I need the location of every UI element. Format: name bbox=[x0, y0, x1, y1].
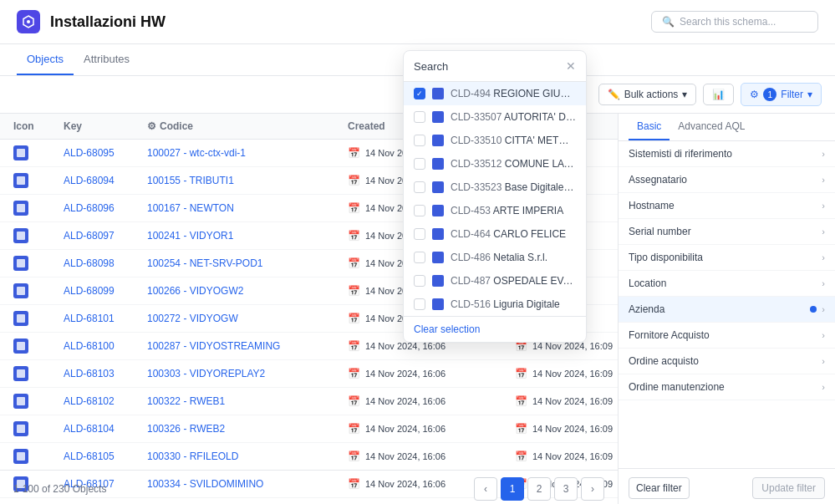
row-code[interactable]: 100167 - NEWTON bbox=[147, 202, 348, 214]
dropdown-checkbox[interactable] bbox=[414, 298, 425, 310]
dropdown-checkbox[interactable] bbox=[414, 135, 425, 146]
clear-selection-button[interactable]: Clear selection bbox=[404, 316, 586, 342]
panel-item[interactable]: Fornitore Acquisto › bbox=[619, 323, 835, 349]
calendar-icon: 📅 bbox=[348, 202, 360, 214]
row-code[interactable]: 100303 - VIDYOREPLAY2 bbox=[147, 368, 348, 379]
dropdown-checkbox[interactable] bbox=[414, 158, 425, 170]
panel-item[interactable]: Azienda › bbox=[619, 297, 835, 323]
row-key[interactable]: ALD-68101 bbox=[64, 313, 147, 324]
row-key[interactable]: ALD-68096 bbox=[64, 202, 147, 214]
panel-item-right: › bbox=[822, 149, 825, 159]
calendar-icon: 📅 bbox=[348, 257, 360, 269]
row-code[interactable]: 100287 - VIDYOSTREAMING bbox=[147, 340, 348, 352]
panel-item[interactable]: Ordine manutenzione › bbox=[619, 374, 835, 400]
page-2-button[interactable]: 2 bbox=[527, 477, 551, 501]
bulk-actions-button[interactable]: ✏️ Bulk actions ▾ bbox=[598, 84, 697, 105]
next-page-button[interactable]: › bbox=[581, 477, 604, 501]
dropdown-item[interactable]: CLD-33523 Base Digitale Platfor... bbox=[404, 176, 586, 199]
row-code[interactable]: 100266 - VIDYOGW2 bbox=[147, 285, 348, 297]
panel-tab-basic[interactable]: Basic bbox=[629, 114, 670, 140]
dropdown-checkbox[interactable] bbox=[414, 252, 425, 263]
visualize-button[interactable]: 📊 bbox=[703, 84, 734, 105]
row-code[interactable]: 100027 - wtc-ctx-vdi-1 bbox=[147, 147, 348, 159]
tab-attributes[interactable]: Attributes bbox=[74, 44, 140, 75]
svg-point-0 bbox=[27, 20, 30, 23]
dropdown-checkbox[interactable] bbox=[414, 275, 425, 287]
row-code[interactable]: 100241 - VIDYOR1 bbox=[147, 230, 348, 242]
panel-item[interactable]: Serial number › bbox=[619, 219, 835, 245]
dropdown-close-button[interactable]: ✕ bbox=[566, 59, 576, 73]
dropdown-item[interactable]: CLD-516 Liguria Digitale bbox=[404, 293, 586, 316]
row-key[interactable]: ALD-68099 bbox=[64, 285, 147, 297]
page-1-button[interactable]: 1 bbox=[501, 477, 524, 501]
row-key[interactable]: ALD-68097 bbox=[64, 230, 147, 242]
dropdown-checkbox[interactable]: ✓ bbox=[414, 88, 425, 99]
chevron-right-icon: › bbox=[822, 175, 825, 185]
table-row: ALD-68102 100322 - RWEB1 📅 14 Nov 2024, … bbox=[0, 388, 618, 415]
dropdown-item-text: CLD-453 ARTE IMPERIA bbox=[451, 205, 576, 216]
clear-filter-button[interactable]: Clear filter bbox=[629, 477, 690, 499]
filter-chevron-icon: ▾ bbox=[807, 89, 812, 100]
row-icon bbox=[13, 339, 28, 354]
dropdown-checkbox[interactable] bbox=[414, 205, 425, 216]
dropdown-header: Search ✕ bbox=[404, 51, 586, 82]
tab-objects[interactable]: Objects bbox=[17, 44, 74, 75]
row-code[interactable]: 100330 - RFILEOLD bbox=[147, 451, 348, 462]
panel-item-right: › bbox=[810, 304, 825, 314]
panel-item[interactable]: Hostname › bbox=[619, 193, 835, 219]
page-3-button[interactable]: 3 bbox=[554, 477, 578, 501]
dropdown-item[interactable]: CLD-33512 COMUNE LA SPEZIA bbox=[404, 152, 586, 176]
row-icon-cell bbox=[13, 228, 64, 243]
filter-button[interactable]: ⚙ 1 Filter ▾ bbox=[741, 83, 822, 106]
dropdown-item[interactable]: CLD-33510 CITTA' METROPOLIT... bbox=[404, 129, 586, 152]
dropdown-item-text: CLD-33523 Base Digitale Platfor... bbox=[451, 181, 576, 193]
dropdown-item-text: CLD-33507 AUTORITA' DI SISTE... bbox=[451, 111, 576, 123]
dropdown-item-text: CLD-33512 COMUNE LA SPEZIA bbox=[451, 158, 576, 170]
dropdown-checkbox[interactable] bbox=[414, 228, 425, 240]
filter-count-badge: 1 bbox=[763, 88, 776, 101]
dropdown-checkbox[interactable] bbox=[414, 181, 425, 193]
panel-item-label: Location bbox=[629, 277, 666, 289]
row-icon-cell bbox=[13, 366, 64, 381]
row-code[interactable]: 100272 - VIDYOGW bbox=[147, 313, 348, 324]
dropdown-item[interactable]: CLD-33507 AUTORITA' DI SISTE... bbox=[404, 105, 586, 129]
panel-item[interactable]: Ordine acquisto › bbox=[619, 349, 835, 374]
row-key[interactable]: ALD-68098 bbox=[64, 257, 147, 269]
calendar-icon: 📅 bbox=[348, 230, 360, 242]
panel-item[interactable]: Assegnatario › bbox=[619, 167, 835, 193]
row-updated: 📅14 Nov 2024, 16:09 ··· bbox=[515, 366, 618, 381]
dropdown-checkbox[interactable] bbox=[414, 111, 425, 123]
dropdown-item[interactable]: CLD-464 CARLO FELICE bbox=[404, 222, 586, 246]
row-key[interactable]: ALD-68104 bbox=[64, 423, 147, 435]
panel-item[interactable]: Sistemisti di riferimento › bbox=[619, 141, 835, 167]
row-icon-cell bbox=[13, 449, 64, 464]
row-key[interactable]: ALD-68105 bbox=[64, 451, 147, 462]
row-code[interactable]: 100326 - RWEB2 bbox=[147, 423, 348, 435]
row-icon bbox=[13, 173, 28, 188]
row-key[interactable]: ALD-68095 bbox=[64, 147, 147, 159]
panel-tab-advanced[interactable]: Advanced AQL bbox=[670, 114, 753, 140]
dropdown-item[interactable]: CLD-487 OSPEDALE EVANGELIC... bbox=[404, 269, 586, 293]
dropdown-item-text: CLD-464 CARLO FELICE bbox=[451, 228, 576, 240]
row-key[interactable]: ALD-68094 bbox=[64, 175, 147, 186]
chevron-right-icon: › bbox=[822, 149, 825, 159]
dropdown-item[interactable]: CLD-453 ARTE IMPERIA bbox=[404, 199, 586, 222]
calendar-icon: 📅 bbox=[348, 395, 360, 407]
chevron-down-icon: ▾ bbox=[682, 89, 687, 100]
table-row: ALD-68104 100326 - RWEB2 📅 14 Nov 2024, … bbox=[0, 415, 618, 443]
update-filter-button[interactable]: Update filter bbox=[752, 477, 825, 499]
row-icon-cell bbox=[13, 173, 64, 188]
row-code[interactable]: 100155 - TRIBUTI1 bbox=[147, 175, 348, 186]
global-search[interactable]: 🔍 Search this schema... bbox=[651, 11, 818, 33]
row-code[interactable]: 100254 - NET-SRV-POD1 bbox=[147, 257, 348, 269]
row-code[interactable]: 100322 - RWEB1 bbox=[147, 395, 348, 407]
panel-item[interactable]: Tipo disponibilita › bbox=[619, 245, 835, 271]
row-key[interactable]: ALD-68102 bbox=[64, 395, 147, 407]
calendar-icon: 📅 bbox=[348, 368, 360, 379]
dropdown-item[interactable]: CLD-486 Netalia S.r.l. bbox=[404, 246, 586, 269]
prev-page-button[interactable]: ‹ bbox=[474, 477, 497, 501]
dropdown-item[interactable]: ✓ CLD-494 REGIONE GIUNTA bbox=[404, 82, 586, 105]
row-key[interactable]: ALD-68100 bbox=[64, 340, 147, 352]
panel-item[interactable]: Location › bbox=[619, 271, 835, 297]
row-key[interactable]: ALD-68103 bbox=[64, 368, 147, 379]
